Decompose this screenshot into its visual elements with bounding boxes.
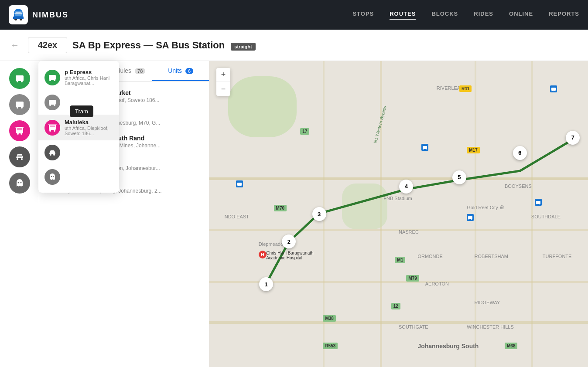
- svg-point-33: [539, 204, 540, 204]
- svg-point-20: [17, 158, 18, 160]
- map-marker-5[interactable]: 5: [452, 170, 466, 184]
- map-marker-7[interactable]: 7: [566, 131, 580, 145]
- logo-text: NIMBUS: [32, 10, 68, 20]
- svg-point-18: [21, 133, 22, 135]
- svg-point-49: [54, 130, 55, 132]
- car-dark-icon: [44, 145, 60, 160]
- nav-stops[interactable]: STOPS: [352, 10, 374, 20]
- svg-point-42: [54, 79, 55, 81]
- road-badge: M1: [395, 257, 405, 263]
- svg-rect-12: [16, 102, 24, 107]
- ghost-dark-icon: [44, 169, 60, 185]
- svg-point-24: [20, 182, 21, 184]
- svg-rect-8: [16, 75, 24, 79]
- road-badge: M68: [505, 343, 517, 349]
- svg-rect-28: [423, 146, 427, 149]
- nav-rides[interactable]: RIDES: [474, 10, 493, 20]
- svg-point-44: [49, 104, 51, 106]
- transit-icon: [467, 214, 474, 221]
- map-label: NASREC: [399, 229, 419, 234]
- nav-blocks[interactable]: BLOCKS: [431, 10, 458, 20]
- map-label: ORMONDE: [417, 254, 442, 259]
- dropdown-stop-info: p Express uth Africa, Chris Hani Baragwa…: [65, 69, 113, 86]
- map-marker-4[interactable]: 4: [399, 180, 413, 194]
- dropdown-stop-addr: uth Africa, Diepkloof, Soweto 186...: [65, 126, 113, 136]
- road-badge: M70: [274, 205, 287, 211]
- dropdown-item-ghost[interactable]: [38, 165, 119, 189]
- svg-point-29: [423, 149, 424, 150]
- bus-gray-icon: [44, 95, 60, 110]
- road-badge: R41: [459, 85, 472, 92]
- svg-rect-31: [536, 201, 540, 204]
- hospital-icon: H: [259, 251, 267, 258]
- nav-online[interactable]: ONLINE: [509, 10, 533, 20]
- dropdown-item-car[interactable]: [38, 140, 119, 165]
- tab-units[interactable]: Units 6: [152, 61, 209, 81]
- svg-point-51: [50, 154, 51, 156]
- map-controls: + −: [216, 68, 230, 96]
- dropdown-stop-addr: uth Africa, Chris Hani Baragwanat...: [65, 75, 113, 86]
- zoom-out-button[interactable]: −: [216, 82, 230, 96]
- map-label: Johannesburg South: [417, 343, 479, 350]
- svg-point-17: [17, 133, 19, 135]
- map-label: RIDGEWAY: [475, 300, 500, 305]
- map-label: Gold Reef City 🏛: [467, 205, 504, 210]
- sidebar-icon-bus-green[interactable]: [9, 68, 30, 89]
- svg-point-30: [426, 149, 427, 150]
- map-marker-3[interactable]: 3: [312, 207, 326, 221]
- svg-point-48: [49, 130, 51, 132]
- svg-point-52: [53, 154, 55, 156]
- svg-point-45: [54, 104, 55, 106]
- svg-point-23: [17, 182, 19, 184]
- svg-rect-50: [48, 124, 57, 125]
- svg-rect-16: [17, 128, 22, 130]
- svg-point-27: [240, 185, 241, 186]
- sidebar-icon-car[interactable]: [9, 146, 30, 167]
- sidebar-icon-tram[interactable]: [9, 120, 30, 141]
- map-label: NDO EAST: [225, 214, 249, 219]
- sidebar-icons: [0, 61, 39, 367]
- tram-pink-icon: [44, 120, 60, 136]
- dropdown-item-bus-express[interactable]: p Express uth Africa, Chris Hani Baragwa…: [38, 65, 119, 90]
- map-area[interactable]: RIVERLEA BOOYSENS FNB Stadium NASREC ORM…: [209, 61, 588, 367]
- tram-tooltip: Tram: [70, 105, 93, 117]
- map-label: BOOYSENS: [505, 184, 532, 189]
- map-label: WINCHESTER HILLS: [467, 324, 514, 330]
- logo-icon: [9, 5, 28, 24]
- route-type-badge: straight: [231, 43, 255, 51]
- bus-express-icon: [44, 70, 60, 85]
- sidebar-icon-bus-gray[interactable]: [9, 94, 30, 115]
- svg-point-35: [468, 219, 469, 220]
- map-label: ROBERTSHAM: [475, 254, 508, 259]
- svg-rect-6: [13, 17, 24, 19]
- nav-reports[interactable]: REPORTS: [549, 10, 579, 20]
- svg-point-21: [21, 158, 23, 160]
- svg-rect-19: [15, 127, 24, 128]
- dropdown-stop-name: p Express: [65, 69, 113, 75]
- dropdown-item-tram[interactable]: Maluleka uth Africa, Diepkloof, Soweto 1…: [38, 115, 119, 140]
- zoom-in-button[interactable]: +: [216, 68, 230, 82]
- map-label: RIVERLEA: [437, 85, 460, 91]
- units-badge: 6: [185, 68, 193, 74]
- logo-area: NIMBUS: [9, 5, 68, 24]
- svg-point-39: [554, 90, 555, 91]
- main-nav: STOPS ROUTES BLOCKS RIDES ONLINE REPORTS: [352, 10, 579, 20]
- route-number-input[interactable]: 42ex: [28, 37, 67, 53]
- sidebar-icon-ghost[interactable]: [9, 173, 30, 194]
- svg-point-53: [51, 176, 52, 177]
- svg-rect-37: [551, 88, 556, 91]
- road-badge: 12: [391, 303, 400, 309]
- svg-point-14: [21, 107, 23, 109]
- map-label: AEROTON: [425, 281, 449, 286]
- back-button[interactable]: ←: [7, 38, 23, 52]
- svg-rect-34: [468, 216, 472, 219]
- map-label: SOUTHGATE: [399, 324, 428, 330]
- nav-routes[interactable]: ROUTES: [390, 10, 416, 20]
- transit-icon: [236, 180, 243, 187]
- transit-icon: [535, 199, 542, 206]
- map-marker-6[interactable]: 6: [513, 146, 527, 160]
- map-marker-1[interactable]: 1: [259, 277, 273, 291]
- route-title: SA Bp Express — SA Bus Station straight: [72, 40, 581, 51]
- svg-point-32: [537, 204, 537, 204]
- map-marker-2[interactable]: 2: [282, 234, 296, 248]
